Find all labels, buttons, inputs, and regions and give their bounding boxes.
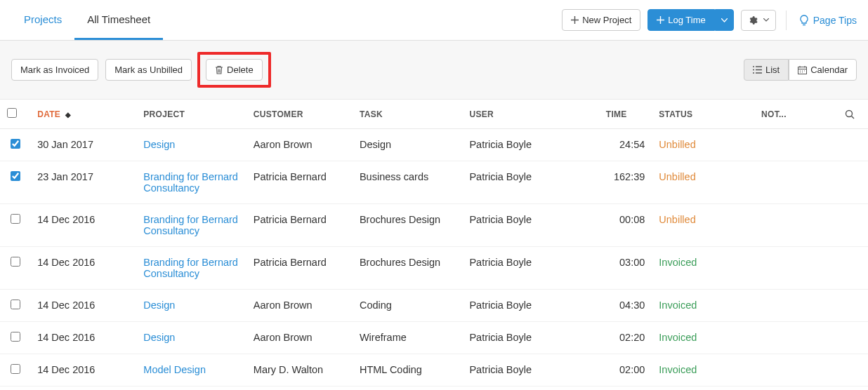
search-icon[interactable] [845,109,861,119]
mark-invoiced-button[interactable]: Mark as Invoiced [11,59,98,81]
status-badge: Invoiced [659,364,697,375]
tab-projects[interactable]: Projects [11,0,74,40]
cell-customer: Aaron Brown [246,290,353,322]
settings-button[interactable] [741,10,776,31]
list-label: List [765,65,780,75]
cell-task: Brochures Design [353,247,463,290]
select-all-checkbox[interactable] [7,108,17,118]
log-time-dropdown[interactable] [715,9,734,31]
table-row[interactable]: 14 Dec 2016Model DesignMary D. WaltonHTM… [0,354,868,386]
cell-user: Patricia Boyle [462,354,598,386]
project-link[interactable]: Design [143,139,175,150]
cell-task: Coding [353,290,463,322]
page-tips-link[interactable]: Page Tips [796,15,857,26]
divider [786,11,787,30]
table-row[interactable]: 14 Dec 2016Branding for Bernard Consulta… [0,247,868,290]
col-header-date[interactable]: DATE ◆ [30,100,136,129]
cell-time: 02:00 [599,354,652,386]
row-checkbox[interactable] [11,300,20,309]
project-link[interactable]: Branding for Bernard Consultancy [143,171,238,194]
view-toggle: List Calendar [744,59,857,81]
status-badge: Unbilled [659,139,695,150]
cell-user: Patricia Boyle [462,247,598,290]
delete-highlight: Delete [197,52,271,88]
col-header-notes[interactable]: NOT... [754,100,838,129]
row-checkbox[interactable] [11,214,20,224]
col-header-project[interactable]: PROJECT [136,100,246,129]
new-project-button[interactable]: New Project [562,9,640,31]
cell-time: 162:39 [599,161,652,204]
page-tips-label: Page Tips [813,15,857,26]
cell-date: 14 Dec 2016 [30,322,136,354]
new-project-label: New Project [582,15,631,25]
cell-user: Patricia Boyle [462,204,598,247]
list-view-button[interactable]: List [744,59,789,81]
cell-notes [754,161,838,204]
cell-notes [754,290,838,322]
cell-notes [754,129,838,161]
col-header-time[interactable]: TIME [599,100,652,129]
calendar-view-button[interactable]: Calendar [789,59,857,81]
cell-notes [754,247,838,290]
project-link[interactable]: Model Design [143,364,206,375]
gear-icon [748,15,758,25]
cell-actions [838,204,868,247]
cell-user: Patricia Boyle [462,322,598,354]
timesheet-table: DATE ◆ PROJECT CUSTOMER TASK USER TIME S… [0,100,868,386]
cell-date: 14 Dec 2016 [30,247,136,290]
status-badge: Invoiced [659,257,697,268]
table-row[interactable]: 14 Dec 2016Branding for Bernard Consulta… [0,204,868,247]
row-checkbox[interactable] [11,332,20,342]
table-row[interactable]: 14 Dec 2016DesignAaron BrownWireframePat… [0,322,868,354]
cell-task: Brochures Design [353,204,463,247]
delete-button[interactable]: Delete [206,59,263,81]
table-row[interactable]: 23 Jan 2017Branding for Bernard Consulta… [0,161,868,204]
log-time-group: Log Time [647,9,733,31]
lightbulb-icon [799,15,809,26]
col-header-user[interactable]: USER [462,100,598,129]
cell-customer: Patricia Bernard [246,247,353,290]
cell-actions [838,290,868,322]
cell-notes [754,354,838,386]
cell-time: 04:30 [599,290,652,322]
delete-label: Delete [227,65,254,75]
project-link[interactable]: Design [143,332,175,343]
col-header-search [838,100,868,129]
mark-unbilled-button[interactable]: Mark as Unbilled [105,59,192,81]
row-checkbox[interactable] [11,139,20,149]
col-header-task[interactable]: TASK [353,100,463,129]
caret-down-icon [763,18,769,22]
cell-task: Business cards [353,161,463,204]
top-tabs: Projects All Timesheet [11,0,163,40]
action-bar-left: Mark as Invoiced Mark as Unbilled Delete [11,52,271,88]
project-link[interactable]: Design [143,300,175,311]
cell-date: 14 Dec 2016 [30,204,136,247]
tab-all-timesheet[interactable]: All Timesheet [74,0,163,40]
list-icon [753,66,762,74]
plus-icon [571,16,579,24]
status-badge: Unbilled [659,214,695,225]
project-link[interactable]: Branding for Bernard Consultancy [143,257,238,279]
row-checkbox[interactable] [11,364,20,374]
project-link[interactable]: Branding for Bernard Consultancy [143,214,238,236]
calendar-icon [798,66,807,74]
table-row[interactable]: 30 Jan 2017DesignAaron BrownDesignPatric… [0,129,868,161]
plus-icon [657,16,664,24]
row-checkbox[interactable] [11,171,20,181]
row-checkbox[interactable] [11,257,20,267]
status-badge: Invoiced [659,332,697,343]
cell-customer: Aaron Brown [246,129,353,161]
cell-time: 02:20 [599,322,652,354]
status-badge: Unbilled [659,171,695,182]
log-time-button[interactable]: Log Time [647,9,714,31]
col-header-checkbox [0,100,30,129]
cell-notes [754,322,838,354]
cell-time: 00:08 [599,204,652,247]
cell-actions [838,322,868,354]
col-header-status[interactable]: STATUS [652,100,754,129]
col-header-customer[interactable]: CUSTOMER [246,100,353,129]
table-row[interactable]: 14 Dec 2016DesignAaron BrownCodingPatric… [0,290,868,322]
cell-date: 23 Jan 2017 [30,161,136,204]
cell-task: Wireframe [353,322,463,354]
sort-desc-icon: ◆ [65,111,71,119]
